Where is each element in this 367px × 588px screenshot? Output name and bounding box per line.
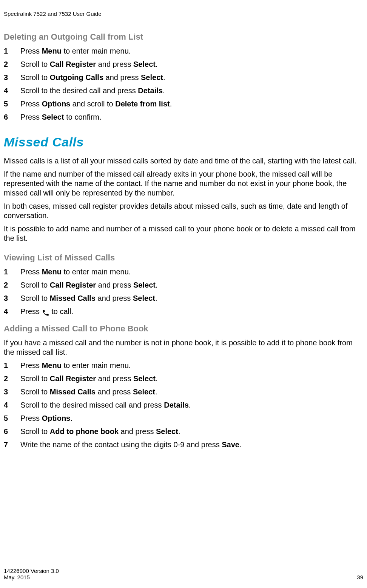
chapter-missed-calls: Missed Calls [4,135,363,149]
list-item: Scroll to Missed Calls and press Select. [4,387,363,397]
page-footer: 14226900 Version 3.0 May, 2015 39 [4,568,363,580]
paragraph: Missed calls is a list of all your misse… [4,156,363,166]
page-content: Spectralink 7522 and 7532 User Guide Del… [0,0,367,449]
heading-delete-outgoing: Deleting an Outgoing Call from List [4,32,363,42]
list-item: Scroll to Add to phone book and press Se… [4,427,363,436]
paragraph: It is possible to add name and number of… [4,224,363,243]
paragraph: If you have a missed call and the number… [4,338,363,357]
steps-delete-outgoing: Press Menu to enter main menu. Scroll to… [4,46,363,122]
steps-view-missed: Press Menu to enter main menu. Scroll to… [4,267,363,316]
list-item: Scroll to Outgoing Calls and press Selec… [4,73,363,82]
list-item: Press Select to confirm. [4,112,363,122]
list-item: Write the name of the contact using the … [4,440,363,449]
list-item: Scroll to Call Register and press Select… [4,60,363,69]
list-item: Press Options. [4,414,363,423]
footer-date: May, 2015 [4,574,30,580]
list-item: Press Menu to enter main menu. [4,46,363,56]
footer-page-number: 39 [357,574,363,580]
paragraph: In both cases, missed call register prov… [4,202,363,220]
heading-view-missed: Viewing List of Missed Calls [4,253,363,263]
list-item: Press to call. [4,307,363,316]
paragraph: If the name and number of the missed cal… [4,169,363,198]
doc-header-title: Spectralink 7522 and 7532 User Guide [4,11,363,17]
heading-add-missed: Adding a Missed Call to Phone Book [4,324,363,334]
list-item: Scroll to Call Register and press Select… [4,280,363,290]
list-item: Scroll to Call Register and press Select… [4,374,363,383]
list-item: Scroll to the desired call and press Det… [4,86,363,95]
call-icon [42,309,49,317]
list-item: Press Menu to enter main menu. [4,361,363,370]
list-item: Scroll to Missed Calls and press Select. [4,294,363,303]
list-item: Scroll to the desired missed call and pr… [4,400,363,410]
list-item: Press Menu to enter main menu. [4,267,363,277]
steps-add-missed: Press Menu to enter main menu. Scroll to… [4,361,363,449]
list-item: Press Options and scroll to Delete from … [4,99,363,109]
footer-version: 14226900 Version 3.0 [4,568,363,574]
